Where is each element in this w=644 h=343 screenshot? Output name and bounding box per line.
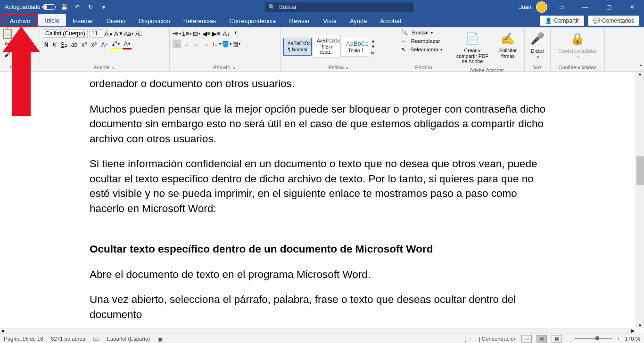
confidentiality-button[interactable]: 🔒 Confidencialidad▾	[553, 29, 602, 61]
collapse-ribbon-icon[interactable]: ^	[640, 64, 642, 69]
search-input[interactable]: 🔍 Buscar	[264, 2, 415, 12]
underline-button[interactable]: S▾	[59, 41, 68, 49]
decrease-indent-icon[interactable]: ◀≡	[202, 29, 211, 38]
tab-revisar[interactable]: Revisar	[282, 14, 316, 27]
undo-icon[interactable]: ↶	[73, 2, 82, 12]
document-area[interactable]: ordenador o documento con otros usuarios…	[0, 72, 636, 328]
comments-button[interactable]: 💬Comentarios	[588, 16, 639, 26]
styles-up-icon[interactable]: ▲	[371, 39, 375, 43]
styles-more-icon[interactable]: ⊟	[371, 50, 375, 55]
vertical-scrollbar[interactable]: ▲ ▼	[636, 72, 644, 328]
language-indicator[interactable]: Español (España)	[107, 336, 150, 342]
tab-archivo[interactable]: Archivo	[2, 14, 38, 27]
qat-dropdown-icon[interactable]: ▾	[99, 2, 108, 12]
show-marks-icon[interactable]: ¶	[232, 29, 240, 38]
font-size-select[interactable]	[89, 29, 103, 38]
find-button[interactable]: 🔍 Buscar▾	[401, 29, 446, 36]
paragraph-group: •≡▾ 1≡▾ ⊟▾ ◀≡ ▶≡ A↓ ¶ ≡ ≡ ≡ ≡ ↕≡▾ 🪣▾ ▦▾ …	[170, 27, 281, 71]
page-indicator[interactable]: Página 15 de 18	[4, 336, 43, 342]
spellcheck-icon[interactable]: 📖	[93, 335, 99, 342]
styles-down-icon[interactable]: ▼	[371, 44, 375, 49]
borders-icon[interactable]: ▦▾	[232, 40, 240, 48]
scroll-thumb[interactable]	[636, 156, 644, 185]
word-count[interactable]: 6271 palabras	[51, 336, 85, 342]
align-right-icon[interactable]: ≡	[192, 40, 201, 48]
tab-correspondencia[interactable]: Correspondencia	[223, 14, 282, 27]
tab-vista[interactable]: Vista	[316, 14, 343, 27]
tab-diseno[interactable]: Diseño	[100, 14, 132, 27]
style-heading1[interactable]: AaBbCc Título 1	[342, 37, 370, 57]
align-left-icon[interactable]: ≡	[173, 40, 181, 48]
italic-button[interactable]: K	[51, 41, 58, 49]
scroll-right-icon[interactable]: ▶	[631, 328, 635, 333]
font-group: A▲ A▼ Aa▾ A⃠ N K S▾ ab x2 x2 A▾ 🖍▾ A▾ Fu…	[40, 27, 170, 71]
dialog-launcher-icon[interactable]: ↘	[232, 65, 237, 70]
zoom-slider[interactable]	[575, 338, 612, 339]
dictate-button[interactable]: 🎤 Dictar▾	[528, 29, 547, 61]
replace-button[interactable]: ↔ Reemplazar	[401, 38, 446, 44]
style-no-spacing[interactable]: AaBbCcDc ¶ Sin espa...	[313, 35, 341, 58]
tab-insertar[interactable]: Insertar	[66, 14, 100, 27]
minimize-icon[interactable]: —	[576, 0, 594, 14]
strike-button[interactable]: ab	[70, 41, 79, 49]
text-effects-icon[interactable]: A▾	[99, 41, 109, 49]
scroll-up-icon[interactable]: ▲	[636, 72, 644, 76]
tab-disposicion[interactable]: Disposición	[132, 14, 176, 27]
close-icon[interactable]: ✕	[623, 0, 642, 14]
zoom-out-button[interactable]: −	[567, 336, 570, 342]
paragraph: Si tiene información confidencial en un …	[90, 156, 546, 216]
scroll-down-icon[interactable]: ▼	[636, 323, 644, 328]
paragraph: ordenador o documento con otros usuarios…	[90, 76, 546, 91]
avatar[interactable]	[536, 1, 547, 13]
read-mode-icon[interactable]: ▭	[521, 335, 532, 343]
bold-button[interactable]: N	[43, 41, 50, 49]
subscript-button[interactable]: x2	[80, 41, 89, 49]
save-icon[interactable]: 💾	[59, 2, 69, 12]
increase-indent-icon[interactable]: ▶≡	[212, 29, 221, 38]
bullets-icon[interactable]: •≡▾	[173, 29, 181, 38]
clear-format-icon[interactable]: A⃠	[134, 29, 143, 38]
numbering-icon[interactable]: 1≡▾	[182, 29, 191, 38]
tab-referencias[interactable]: Referencias	[177, 14, 223, 27]
style-normal[interactable]: AaBbCcDc ¶ Normal	[283, 38, 312, 56]
autosave-toggle[interactable]: Autoguardado	[5, 4, 56, 10]
sort-icon[interactable]: A↓	[222, 29, 231, 38]
confidentiality-group: 🔒 Confidencialidad▾ Confidencialidad	[551, 27, 605, 71]
font-name-select[interactable]	[43, 29, 88, 38]
select-button[interactable]: ↖ Seleccionar▾	[401, 46, 446, 53]
line-spacing-icon[interactable]: ↕≡▾	[212, 40, 221, 48]
zoom-in-button[interactable]: +	[617, 336, 620, 342]
ribbon-options-icon[interactable]: ▭	[552, 0, 571, 14]
multilevel-icon[interactable]: ⊟▾	[192, 29, 201, 38]
highlight-icon[interactable]: 🖍▾	[110, 40, 121, 49]
macro-icon[interactable]: ▣	[157, 335, 163, 342]
tab-acrobat[interactable]: Acrobat	[374, 14, 408, 27]
share-button[interactable]: 👤Compartir	[540, 16, 584, 26]
username-label: Juan	[519, 4, 531, 10]
scroll-left-icon[interactable]: ◀	[1, 328, 4, 333]
print-layout-icon[interactable]: ▤	[537, 335, 547, 343]
dialog-launcher-icon[interactable]: ↘	[111, 65, 116, 70]
grow-font-icon[interactable]: A▲	[105, 29, 113, 38]
toggle-switch-icon[interactable]	[42, 4, 56, 10]
web-layout-icon[interactable]: ▦	[552, 335, 562, 343]
tab-ayuda[interactable]: Ayuda	[343, 14, 374, 27]
redo-icon[interactable]: ↻	[86, 2, 95, 12]
horizontal-scrollbar[interactable]: ◀ ▶	[0, 328, 636, 334]
dialog-launcher-icon[interactable]: ↘	[345, 65, 350, 70]
tab-inicio[interactable]: Inicio	[38, 14, 66, 27]
maximize-icon[interactable]: ▢	[599, 0, 618, 14]
zoom-level[interactable]: 170 %	[625, 336, 640, 342]
align-center-icon[interactable]: ≡	[182, 40, 191, 48]
superscript-button[interactable]: x2	[90, 41, 99, 49]
search-placeholder: Buscar	[279, 4, 297, 10]
autosave-label: Autoguardado	[5, 4, 40, 10]
create-pdf-button[interactable]: 📄 Crear y compartir PDF de Adobe	[452, 29, 493, 66]
shading-icon[interactable]: 🪣▾	[222, 40, 231, 48]
change-case-icon[interactable]: Aa▾	[124, 29, 133, 38]
font-color-icon[interactable]: A▾	[123, 40, 132, 49]
shrink-font-icon[interactable]: A▼	[115, 29, 123, 38]
focus-mode-button[interactable]: [→←] Concentración	[464, 336, 517, 342]
justify-icon[interactable]: ≡	[202, 40, 211, 48]
request-signatures-button[interactable]: ✍ Solicitar firmas	[495, 29, 521, 66]
